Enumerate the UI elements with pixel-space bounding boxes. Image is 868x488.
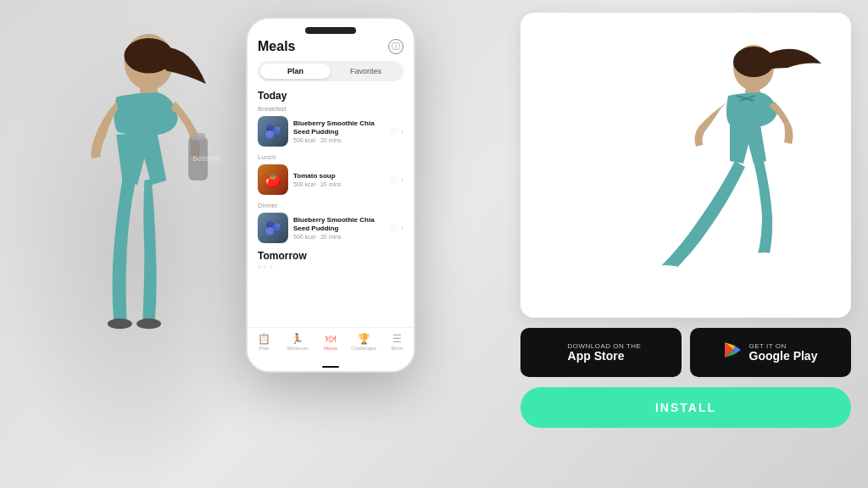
right-section: Download on the App Store GET IT ON [520,13,851,474]
bottom-nav: 📋 Plan 🏃 Workouts 🍽 Meals 🏆 Challenges [248,327,414,371]
dinner-thumb: 🫐 [258,213,288,243]
lunch-label: Lunch [258,153,403,161]
nav-challenges[interactable]: 🏆 Challenges [348,333,381,351]
tomorrow-dots [258,265,403,269]
phone-screen: Meals ⓘ Plan Favorites Today Breakfast 🫐… [248,19,414,371]
nav-label-workouts: Workouts [287,346,308,351]
nav-workouts[interactable]: 🏃 Workouts [281,333,314,351]
heart-icon-lunch[interactable]: ♡ [390,175,398,185]
svg-text:BetterMe: BetterMe [192,154,221,163]
install-button[interactable]: INSTALL [520,387,851,428]
google-play-icon [724,341,743,364]
chevron-icon-lunch[interactable]: › [401,175,403,185]
svg-point-1 [125,38,174,73]
nav-label-meals: Meals [324,346,337,351]
woman-left-figure: BetterMe [0,14,271,488]
svg-rect-4 [191,133,205,140]
meal-item-lunch: 🍅 Tomato soup 500 kcal · 20 mins ♡ › [258,164,403,195]
nav-icon-plan: 📋 [258,333,270,345]
tab-favorites[interactable]: Favorites [331,64,401,79]
meal-item-breakfast: 🫐 Blueberry Smoothie Chia Seed Pudding 5… [258,116,403,147]
dinner-label: Dinner [258,202,403,209]
heart-icon-breakfast[interactable]: ♡ [390,127,398,136]
breakfast-thumb: 🫐 [258,116,288,147]
woman-right-card [520,13,851,318]
breakfast-actions: ♡ › [390,127,403,136]
svg-rect-14 [652,266,679,274]
nav-icon-more: ☰ [392,333,402,345]
nav-icon-workouts: 🏃 [291,333,303,345]
app-store-main: App Store [568,350,642,363]
dinner-name: Blueberry Smoothie Chia Seed Pudding [293,216,385,232]
svg-point-7 [136,319,161,329]
lunch-meta: 500 kcal · 20 mins [293,181,385,187]
nav-label-challenges: Challenges [351,346,376,351]
nav-label-plan: Plan [259,346,270,351]
chevron-icon-breakfast[interactable]: › [401,127,403,136]
app-store-text: Download on the App Store [568,342,642,363]
breakfast-info: Blueberry Smoothie Chia Seed Pudding 500… [293,119,385,142]
tomorrow-label: Tomorrow [258,250,403,262]
google-play-main: Google Play [749,350,818,363]
tab-bar-top: Plan Favorites [258,61,403,81]
lunch-actions: ♡ › [390,175,403,185]
today-label: Today [258,90,403,102]
phone-frame: Meals ⓘ Plan Favorites Today Breakfast 🫐… [246,17,415,373]
info-icon[interactable]: ⓘ [388,39,403,54]
breakfast-meta: 500 kcal · 20 mins [293,137,385,143]
nav-indicator [322,366,339,368]
meal-item-dinner: 🫐 Blueberry Smoothie Chia Seed Pudding 5… [258,213,403,243]
main-container: BetterMe Meals ⓘ Plan Favorite [0,0,868,488]
phone-mockup: Meals ⓘ Plan Favorites Today Breakfast 🫐… [246,17,415,373]
install-label: INSTALL [655,401,716,414]
dinner-actions: ♡ › [390,224,403,233]
svg-rect-16 [752,253,776,260]
chevron-icon-dinner[interactable]: › [401,224,403,233]
nav-icon-challenges: 🏆 [358,333,370,345]
nav-icon-meals: 🍽 [326,333,336,345]
lunch-info: Tomato soup 500 kcal · 20 mins [293,172,385,187]
breakfast-label: Breakfast [258,105,403,113]
heart-icon-dinner[interactable]: ♡ [390,224,398,233]
svg-point-6 [108,319,132,329]
nav-meals[interactable]: 🍽 Meals [314,333,347,351]
svg-point-9 [733,47,774,77]
app-title: Meals [258,39,295,54]
google-play-button[interactable]: GET IT ON Google Play [690,328,851,377]
tab-plan[interactable]: Plan [260,64,331,79]
app-header: Meals ⓘ [258,39,403,54]
phone-notch [305,27,356,34]
nav-more[interactable]: ☰ More [381,333,414,351]
app-store-button[interactable]: Download on the App Store [520,328,682,377]
nav-label-more: More [392,346,403,351]
lunch-thumb: 🍅 [258,164,288,195]
nav-plan[interactable]: 📋 Plan [248,333,281,351]
woman-right-image [520,13,851,318]
dinner-info: Blueberry Smoothie Chia Seed Pudding 500… [293,216,385,239]
breakfast-name: Blueberry Smoothie Chia Seed Pudding [293,119,385,136]
dinner-meta: 500 kcal · 20 mins [293,234,385,240]
lunch-name: Tomato soup [293,172,385,180]
google-play-text: GET IT ON Google Play [749,342,818,363]
store-buttons-row: Download on the App Store GET IT ON [520,328,851,377]
